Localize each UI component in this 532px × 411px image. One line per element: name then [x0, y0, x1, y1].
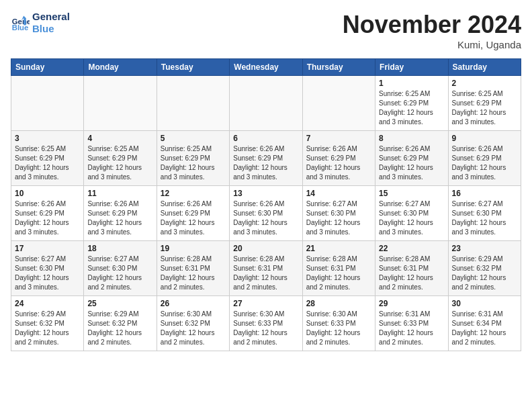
- day-info: Sunrise: 6:30 AMSunset: 6:32 PMDaylight:…: [161, 310, 226, 347]
- day-cell: 30Sunrise: 6:31 AMSunset: 6:34 PMDayligh…: [448, 296, 521, 351]
- day-cell: 19Sunrise: 6:28 AMSunset: 6:31 PMDayligh…: [157, 241, 229, 296]
- day-cell: 20Sunrise: 6:28 AMSunset: 6:31 PMDayligh…: [230, 241, 302, 296]
- day-cell: 5Sunrise: 6:25 AMSunset: 6:29 PMDaylight…: [157, 131, 229, 186]
- day-info: Sunrise: 6:31 AMSunset: 6:33 PMDaylight:…: [379, 310, 444, 347]
- day-number: 2: [452, 79, 517, 88]
- day-cell: 17Sunrise: 6:27 AMSunset: 6:30 PMDayligh…: [11, 241, 84, 296]
- day-cell: 22Sunrise: 6:28 AMSunset: 6:31 PMDayligh…: [375, 241, 448, 296]
- day-number: 19: [161, 244, 226, 253]
- day-info: Sunrise: 6:26 AMSunset: 6:29 PMDaylight:…: [15, 199, 80, 237]
- day-info: Sunrise: 6:25 AMSunset: 6:29 PMDaylight:…: [15, 144, 80, 182]
- day-cell: [84, 76, 157, 131]
- header-friday: Friday: [375, 59, 448, 76]
- day-info: Sunrise: 6:26 AMSunset: 6:29 PMDaylight:…: [306, 144, 371, 182]
- day-number: 15: [379, 189, 444, 198]
- day-number: 8: [379, 134, 444, 143]
- day-cell: 23Sunrise: 6:29 AMSunset: 6:32 PMDayligh…: [448, 241, 521, 296]
- logo-blue: Blue: [32, 23, 70, 35]
- calendar-table: SundayMondayTuesdayWednesdayThursdayFrid…: [11, 58, 521, 351]
- day-info: Sunrise: 6:27 AMSunset: 6:30 PMDaylight:…: [306, 199, 371, 237]
- day-info: Sunrise: 6:28 AMSunset: 6:31 PMDaylight:…: [379, 255, 444, 292]
- week-row-3: 17Sunrise: 6:27 AMSunset: 6:30 PMDayligh…: [11, 241, 521, 296]
- day-number: 3: [15, 134, 80, 143]
- day-number: 7: [306, 134, 371, 143]
- day-info: Sunrise: 6:25 AMSunset: 6:29 PMDaylight:…: [452, 89, 517, 127]
- day-cell: 4Sunrise: 6:25 AMSunset: 6:29 PMDaylight…: [84, 131, 157, 186]
- day-cell: 18Sunrise: 6:27 AMSunset: 6:30 PMDayligh…: [84, 241, 157, 296]
- day-info: Sunrise: 6:31 AMSunset: 6:34 PMDaylight:…: [452, 310, 517, 347]
- logo: General Blue General Blue: [11, 11, 70, 35]
- week-row-4: 24Sunrise: 6:29 AMSunset: 6:32 PMDayligh…: [11, 296, 521, 351]
- day-number: 13: [233, 189, 298, 198]
- day-number: 20: [233, 244, 298, 253]
- day-cell: [230, 76, 302, 131]
- day-number: 22: [379, 244, 444, 253]
- day-cell: 10Sunrise: 6:26 AMSunset: 6:29 PMDayligh…: [11, 186, 84, 241]
- day-info: Sunrise: 6:30 AMSunset: 6:33 PMDaylight:…: [306, 310, 371, 347]
- week-row-1: 3Sunrise: 6:25 AMSunset: 6:29 PMDaylight…: [11, 131, 521, 186]
- day-cell: 28Sunrise: 6:30 AMSunset: 6:33 PMDayligh…: [302, 296, 375, 351]
- day-number: 23: [452, 244, 517, 253]
- day-number: 6: [233, 134, 298, 143]
- header-wednesday: Wednesday: [230, 59, 302, 76]
- day-info: Sunrise: 6:27 AMSunset: 6:30 PMDaylight:…: [87, 255, 152, 292]
- day-cell: 24Sunrise: 6:29 AMSunset: 6:32 PMDayligh…: [11, 296, 84, 351]
- day-info: Sunrise: 6:26 AMSunset: 6:30 PMDaylight:…: [233, 199, 298, 237]
- day-info: Sunrise: 6:27 AMSunset: 6:30 PMDaylight:…: [452, 199, 517, 237]
- day-cell: 14Sunrise: 6:27 AMSunset: 6:30 PMDayligh…: [302, 186, 375, 241]
- calendar-body: 1Sunrise: 6:25 AMSunset: 6:29 PMDaylight…: [11, 76, 521, 351]
- week-row-2: 10Sunrise: 6:26 AMSunset: 6:29 PMDayligh…: [11, 186, 521, 241]
- day-number: 18: [87, 244, 152, 253]
- day-number: 5: [161, 134, 226, 143]
- month-title: November 2024: [343, 11, 521, 39]
- calendar-header-row: SundayMondayTuesdayWednesdayThursdayFrid…: [11, 59, 521, 76]
- day-info: Sunrise: 6:26 AMSunset: 6:29 PMDaylight:…: [87, 199, 152, 237]
- day-cell: [157, 76, 229, 131]
- header-tuesday: Tuesday: [157, 59, 229, 76]
- location-subtitle: Kumi, Uganda: [343, 39, 521, 50]
- day-number: 17: [15, 244, 80, 253]
- day-info: Sunrise: 6:29 AMSunset: 6:32 PMDaylight:…: [452, 255, 517, 292]
- day-cell: 1Sunrise: 6:25 AMSunset: 6:29 PMDaylight…: [375, 76, 448, 131]
- day-cell: 2Sunrise: 6:25 AMSunset: 6:29 PMDaylight…: [448, 76, 521, 131]
- day-cell: [11, 76, 84, 131]
- day-cell: 26Sunrise: 6:30 AMSunset: 6:32 PMDayligh…: [157, 296, 229, 351]
- day-info: Sunrise: 6:25 AMSunset: 6:29 PMDaylight:…: [379, 89, 444, 127]
- day-number: 4: [87, 134, 152, 143]
- day-cell: 6Sunrise: 6:26 AMSunset: 6:29 PMDaylight…: [230, 131, 302, 186]
- day-number: 25: [87, 299, 152, 308]
- day-info: Sunrise: 6:30 AMSunset: 6:33 PMDaylight:…: [233, 310, 298, 347]
- day-info: Sunrise: 6:26 AMSunset: 6:29 PMDaylight:…: [379, 144, 444, 182]
- header-thursday: Thursday: [302, 59, 375, 76]
- day-info: Sunrise: 6:27 AMSunset: 6:30 PMDaylight:…: [379, 199, 444, 237]
- day-cell: 25Sunrise: 6:29 AMSunset: 6:32 PMDayligh…: [84, 296, 157, 351]
- day-cell: 7Sunrise: 6:26 AMSunset: 6:29 PMDaylight…: [302, 131, 375, 186]
- header-saturday: Saturday: [448, 59, 521, 76]
- day-info: Sunrise: 6:28 AMSunset: 6:31 PMDaylight:…: [233, 255, 298, 292]
- day-info: Sunrise: 6:25 AMSunset: 6:29 PMDaylight:…: [161, 144, 226, 182]
- day-cell: 12Sunrise: 6:26 AMSunset: 6:29 PMDayligh…: [157, 186, 229, 241]
- page-header: General Blue General Blue November 2024 …: [11, 11, 521, 50]
- day-number: 27: [233, 299, 298, 308]
- logo-general: General: [32, 11, 70, 23]
- day-cell: 11Sunrise: 6:26 AMSunset: 6:29 PMDayligh…: [84, 186, 157, 241]
- day-number: 28: [306, 299, 371, 308]
- day-cell: 13Sunrise: 6:26 AMSunset: 6:30 PMDayligh…: [230, 186, 302, 241]
- day-info: Sunrise: 6:26 AMSunset: 6:29 PMDaylight:…: [161, 199, 226, 237]
- day-number: 1: [379, 79, 444, 88]
- day-number: 24: [15, 299, 80, 308]
- title-block: November 2024 Kumi, Uganda: [343, 11, 521, 50]
- day-number: 14: [306, 189, 371, 198]
- day-cell: 9Sunrise: 6:26 AMSunset: 6:29 PMDaylight…: [448, 131, 521, 186]
- day-number: 30: [452, 299, 517, 308]
- day-info: Sunrise: 6:29 AMSunset: 6:32 PMDaylight:…: [15, 310, 80, 347]
- week-row-0: 1Sunrise: 6:25 AMSunset: 6:29 PMDaylight…: [11, 76, 521, 131]
- day-number: 16: [452, 189, 517, 198]
- logo-icon: General Blue: [11, 13, 30, 32]
- day-info: Sunrise: 6:25 AMSunset: 6:29 PMDaylight:…: [87, 144, 152, 182]
- day-info: Sunrise: 6:26 AMSunset: 6:29 PMDaylight:…: [452, 144, 517, 182]
- day-info: Sunrise: 6:29 AMSunset: 6:32 PMDaylight:…: [87, 310, 152, 347]
- day-number: 26: [161, 299, 226, 308]
- day-cell: 16Sunrise: 6:27 AMSunset: 6:30 PMDayligh…: [448, 186, 521, 241]
- day-cell: 27Sunrise: 6:30 AMSunset: 6:33 PMDayligh…: [230, 296, 302, 351]
